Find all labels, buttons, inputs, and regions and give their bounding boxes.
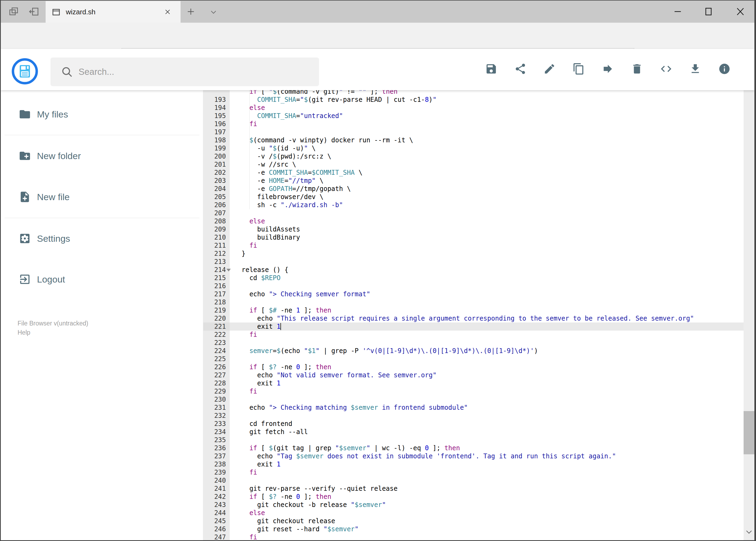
code-line[interactable]: fi: [242, 120, 257, 128]
line-number: 194: [203, 104, 226, 112]
code-line[interactable]: -v /$(pwd):/src:z \: [242, 152, 331, 161]
line-number: 202: [203, 169, 226, 177]
line-number: 241: [203, 485, 226, 493]
tab-wizard-sh[interactable]: wizard.sh: [46, 1, 180, 23]
line-number: 205: [203, 193, 226, 201]
code-line[interactable]: fi: [242, 330, 257, 339]
line-number: 224: [203, 347, 226, 355]
sidebar-item-new-file[interactable]: New file: [1, 186, 203, 208]
maximize-button[interactable]: [703, 6, 714, 17]
logout-icon: [19, 273, 31, 285]
code-line[interactable]: else: [242, 509, 265, 517]
code-line[interactable]: if [ $? -ne 0 ]; then: [242, 493, 331, 501]
line-number: 203: [203, 177, 226, 185]
code-line[interactable]: fi: [242, 468, 257, 476]
line-number: 247: [203, 533, 226, 540]
code-line[interactable]: else: [242, 104, 265, 112]
sidebar-item-settings[interactable]: Settings: [1, 228, 203, 249]
page-favicon-icon: [51, 7, 61, 17]
move-icon[interactable]: [602, 63, 614, 75]
sidebar-item-new-folder[interactable]: New folder: [1, 145, 203, 167]
code-line[interactable]: fi: [242, 242, 257, 250]
minimize-button[interactable]: [672, 6, 683, 17]
sidebar-item-my-files[interactable]: My files: [1, 104, 203, 125]
scroll-down-icon[interactable]: [745, 527, 753, 536]
code-line[interactable]: -e HOME="//tmp" \: [242, 177, 323, 185]
tab-preview-icon[interactable]: [8, 6, 20, 18]
close-button[interactable]: [735, 6, 746, 17]
code-editor[interactable]: if [ "$(command -v git)" != "" ]; then19…: [203, 90, 744, 540]
code-line[interactable]: echo "This release script requires a sin…: [242, 314, 694, 322]
code-line[interactable]: semver=$(echo "$1" | grep -P '^v(0|[1-9]…: [242, 347, 538, 355]
line-number: 213: [203, 258, 226, 266]
code-line[interactable]: COMMIT_SHA="$(git rev-parse HEAD | cut -…: [242, 96, 437, 104]
code-view-icon[interactable]: [660, 63, 672, 75]
info-icon[interactable]: [718, 63, 731, 75]
code-line[interactable]: exit 1: [242, 460, 281, 468]
code-line[interactable]: -w //src \: [242, 161, 296, 169]
code-line[interactable]: buildAssets: [242, 225, 300, 234]
search-input[interactable]: Search...: [51, 58, 319, 86]
code-line[interactable]: if [ $# -ne 1 ]; then: [242, 306, 331, 314]
code-line[interactable]: $(command -v winpty) docker run --rm -it…: [242, 136, 413, 144]
code-line[interactable]: COMMIT_SHA="untracked": [242, 112, 343, 120]
line-number: 244: [203, 509, 226, 517]
sidebar-item-logout[interactable]: Logout: [1, 269, 203, 290]
tab-list-chevron-icon[interactable]: [209, 8, 218, 17]
filebrowser-logo-icon[interactable]: [11, 58, 38, 85]
line-number: 237: [203, 452, 226, 460]
set-tabs-aside-icon[interactable]: [28, 6, 40, 18]
code-line[interactable]: -e COMMIT_SHA=$COMMIT_SHA \: [242, 169, 363, 177]
new-tab-icon[interactable]: [186, 7, 195, 16]
download-icon[interactable]: [689, 63, 701, 75]
code-line[interactable]: exit 1: [242, 322, 281, 330]
code-line[interactable]: if [ $(git tag | grep "$semver" | wc -l)…: [242, 444, 460, 452]
line-number: 210: [203, 234, 226, 242]
code-line[interactable]: exit 1: [242, 379, 281, 387]
line-number: 219: [203, 306, 226, 314]
code-line[interactable]: git rev-parse --verify --quiet release: [242, 485, 397, 493]
copy-icon[interactable]: [573, 63, 585, 75]
code-line[interactable]: echo "> Checking semver format": [242, 290, 370, 298]
fold-toggle-icon[interactable]: [226, 269, 231, 271]
code-line[interactable]: echo "Not valid semver format. See semve…: [242, 371, 436, 379]
delete-icon[interactable]: [631, 63, 643, 75]
help-link[interactable]: Help: [18, 328, 88, 337]
code-line[interactable]: git reset --hard "$semver": [242, 525, 359, 533]
code-line[interactable]: git fetch --all: [242, 428, 308, 436]
new-folder-icon: [19, 150, 31, 162]
code-line[interactable]: cd frontend: [242, 420, 292, 428]
code-line[interactable]: sh -c "./wizard.sh -b": [242, 201, 343, 209]
code-line[interactable]: cd $REPO: [242, 274, 281, 282]
code-line[interactable]: filebrowser/dev \: [242, 193, 323, 201]
save-icon[interactable]: [485, 63, 497, 75]
line-number: 215: [203, 274, 226, 282]
code-line[interactable]: buildBinary: [242, 234, 300, 242]
code-line[interactable]: else: [242, 217, 265, 225]
line-number: 212: [203, 250, 226, 258]
code-line[interactable]: if [ $? -ne 0 ]; then: [242, 363, 331, 371]
tab-close-icon[interactable]: [163, 8, 172, 16]
code-line[interactable]: -u "$(id -u)" \: [242, 144, 316, 152]
code-line[interactable]: echo "Tag $semver does not exist in subm…: [242, 452, 616, 460]
share-icon[interactable]: [514, 63, 527, 75]
tab-title: wizard.sh: [66, 1, 96, 23]
line-number: 235: [203, 436, 226, 444]
line-number: 206: [203, 201, 226, 209]
code-line[interactable]: if [ "$(command -v git)" != "" ]; then: [242, 90, 397, 96]
code-line[interactable]: release () {: [242, 266, 288, 274]
scrollbar-thumb[interactable]: [744, 411, 754, 454]
code-line[interactable]: git checkout release: [242, 517, 335, 525]
page-scrollbar[interactable]: [744, 49, 754, 540]
code-line[interactable]: git checkout -b release "$semver": [242, 501, 386, 509]
line-number: 245: [203, 517, 226, 525]
code-line[interactable]: fi: [242, 533, 257, 540]
code-line[interactable]: fi: [242, 387, 257, 395]
code-line[interactable]: }: [242, 250, 245, 258]
line-number: 193: [203, 96, 226, 104]
code-line[interactable]: echo "> Checking matching $semver in fro…: [242, 403, 468, 412]
line-number: 229: [203, 387, 226, 395]
line-number: 214: [203, 266, 226, 274]
edit-icon[interactable]: [543, 63, 556, 75]
code-line[interactable]: -e GOPATH=//tmp/gopath \: [242, 185, 351, 193]
